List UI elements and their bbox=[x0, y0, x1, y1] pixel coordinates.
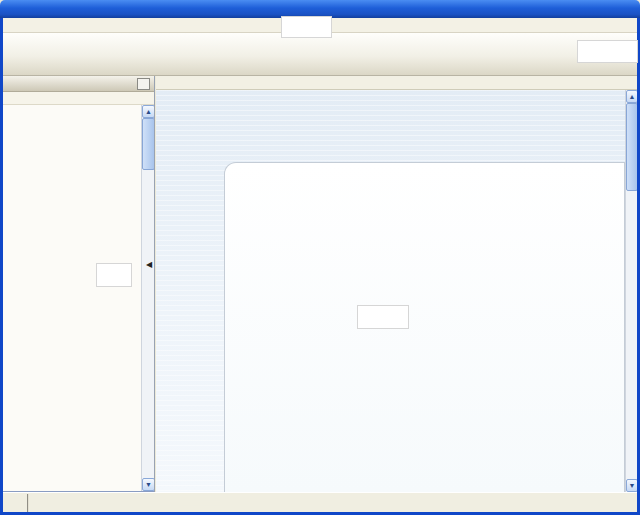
items-panel bbox=[224, 162, 625, 492]
main-pane: ▲ ▼ bbox=[156, 76, 637, 492]
sidebar-subtitle bbox=[3, 92, 154, 105]
scroll-down-icon[interactable]: ▼ bbox=[142, 478, 154, 491]
scroll-down-icon[interactable]: ▼ bbox=[626, 479, 637, 492]
scroll-thumb[interactable] bbox=[626, 103, 637, 191]
main-header bbox=[156, 76, 637, 90]
desktop-small-icon bbox=[161, 77, 172, 88]
sidebar-header bbox=[3, 76, 154, 92]
main-scrollbar[interactable]: ▲ ▼ bbox=[625, 90, 637, 492]
disk-icon bbox=[211, 78, 221, 88]
desktop-content: ▲ ▼ bbox=[156, 90, 637, 492]
edit-pencil-icon[interactable] bbox=[622, 78, 632, 88]
tree-scrollbar[interactable]: ▲ ▼ bbox=[141, 105, 154, 491]
sidebar: ▲ ▼ bbox=[3, 76, 155, 492]
desktop-tree: ▲ ▼ bbox=[3, 105, 154, 491]
side-icon-column bbox=[156, 164, 223, 490]
status-bar bbox=[3, 492, 637, 512]
toolbar bbox=[3, 33, 637, 76]
top-icon-row bbox=[160, 94, 621, 160]
sidebar-close-button[interactable] bbox=[137, 78, 150, 90]
view-split-icon[interactable] bbox=[608, 78, 618, 88]
scroll-thumb[interactable] bbox=[142, 118, 154, 170]
scroll-up-icon[interactable]: ▲ bbox=[626, 90, 637, 103]
annotation-c bbox=[357, 305, 409, 329]
annotation-b bbox=[577, 40, 638, 63]
annotation-d bbox=[96, 263, 132, 287]
scroll-up-icon[interactable]: ▲ bbox=[142, 105, 154, 118]
app-window: ▲ ▼ bbox=[0, 0, 640, 515]
app-icon bbox=[4, 3, 17, 16]
sidebar-splitter-arrow[interactable]: ◀ bbox=[146, 260, 152, 269]
selection-status-icon bbox=[8, 496, 22, 510]
annotation-a bbox=[281, 16, 332, 38]
